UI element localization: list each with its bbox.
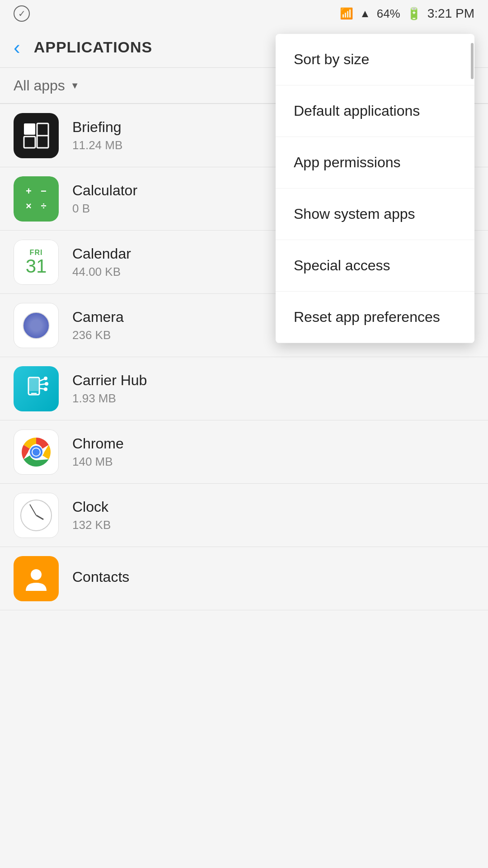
calendar-name: Calendar [72, 245, 131, 262]
briefing-icon [14, 113, 59, 158]
context-menu: Sort by size Default applications App pe… [276, 34, 474, 343]
svg-rect-1 [24, 123, 35, 135]
app-item-carrier-hub[interactable]: Carrier Hub 1.93 MB [0, 357, 488, 420]
briefing-info: Briefing 11.24 MB [72, 119, 122, 152]
clock-icon [14, 493, 59, 538]
briefing-name: Briefing [72, 119, 122, 136]
svg-point-10 [44, 377, 47, 380]
calc-divide: ÷ [38, 200, 50, 212]
svg-point-12 [45, 382, 48, 386]
chrome-svg [20, 436, 52, 468]
clock-size: 132 KB [72, 518, 111, 532]
briefing-size: 11.24 MB [72, 138, 122, 152]
battery-icon: 🔋 [407, 7, 421, 21]
status-right: 📶 ▲ 64% 🔋 3:21 PM [340, 6, 474, 21]
svg-point-14 [44, 387, 47, 391]
clock-face [20, 500, 52, 531]
app-item-contacts[interactable]: Contacts [0, 547, 488, 610]
page-title: APPLICATIONS [34, 38, 153, 56]
filter-text: All apps [14, 77, 65, 94]
camera-name: Camera [72, 309, 124, 326]
chrome-size: 140 MB [72, 455, 124, 469]
camera-icon [14, 303, 59, 348]
camera-info: Camera 236 KB [72, 309, 124, 342]
chrome-name: Chrome [72, 435, 124, 452]
menu-item-special-access[interactable]: Special access [276, 240, 474, 292]
calendar-day-number: 31 [26, 257, 47, 276]
menu-scrollbar [471, 43, 474, 79]
svg-rect-8 [31, 393, 37, 394]
clock-minute-hand [29, 504, 37, 515]
back-button[interactable]: ‹ [9, 38, 25, 57]
calendar-icon: FRI 31 [14, 240, 59, 285]
filter-arrow-icon: ▼ [70, 80, 80, 91]
calc-minus: − [38, 185, 50, 198]
app-item-chrome[interactable]: Chrome 140 MB [0, 420, 488, 484]
status-left [14, 5, 30, 22]
app-item-clock[interactable]: Clock 132 KB [0, 484, 488, 547]
clock-hour-hand [36, 514, 43, 520]
briefing-logo [20, 120, 52, 151]
svg-rect-7 [29, 378, 38, 391]
carrier-hub-info: Carrier Hub 1.93 MB [72, 372, 147, 406]
menu-item-reset-app-preferences[interactable]: Reset app preferences [276, 292, 474, 343]
camera-size: 236 KB [72, 328, 124, 342]
carrier-hub-size: 1.93 MB [72, 392, 147, 406]
check-circle-icon [14, 5, 30, 22]
menu-item-default-applications[interactable]: Default applications [276, 85, 474, 137]
carrier-svg [20, 373, 52, 405]
contacts-name: Contacts [72, 569, 129, 585]
calc-plus: + [23, 185, 35, 198]
contacts-svg [20, 563, 52, 594]
calculator-size: 0 B [72, 202, 137, 216]
clock-time: 3:21 PM [427, 6, 474, 21]
carrier-hub-icon [14, 366, 59, 411]
signal-icon: ▲ [360, 7, 371, 20]
calculator-name: Calculator [72, 182, 137, 199]
contacts-info: Contacts [72, 569, 129, 588]
calc-times: × [23, 200, 35, 212]
camera-lens [23, 312, 50, 339]
chrome-icon [14, 429, 59, 475]
calculator-info: Calculator 0 B [72, 182, 137, 216]
filter-dropdown-button[interactable]: All apps ▼ [14, 77, 80, 94]
wifi-icon: 📶 [340, 7, 353, 20]
calendar-info: Calendar 44.00 KB [72, 245, 131, 279]
clock-info: Clock 132 KB [72, 499, 111, 532]
calendar-size: 44.00 KB [72, 265, 131, 279]
calendar-icon-bg: FRI 31 [14, 240, 59, 285]
menu-item-show-system-apps[interactable]: Show system apps [276, 189, 474, 240]
calculator-icon: + − × ÷ [14, 176, 59, 222]
carrier-hub-name: Carrier Hub [72, 372, 147, 389]
calculator-icon-bg: + − × ÷ [14, 176, 59, 222]
clock-name: Clock [72, 499, 111, 515]
status-bar: 📶 ▲ 64% 🔋 3:21 PM [0, 0, 488, 27]
svg-point-18 [33, 448, 40, 456]
battery-percent: 64% [377, 7, 400, 21]
menu-item-app-permissions[interactable]: App permissions [276, 137, 474, 189]
menu-item-sort-by-size[interactable]: Sort by size [276, 34, 474, 85]
chrome-info: Chrome 140 MB [72, 435, 124, 469]
svg-point-20 [31, 569, 42, 580]
contacts-icon [14, 556, 59, 601]
